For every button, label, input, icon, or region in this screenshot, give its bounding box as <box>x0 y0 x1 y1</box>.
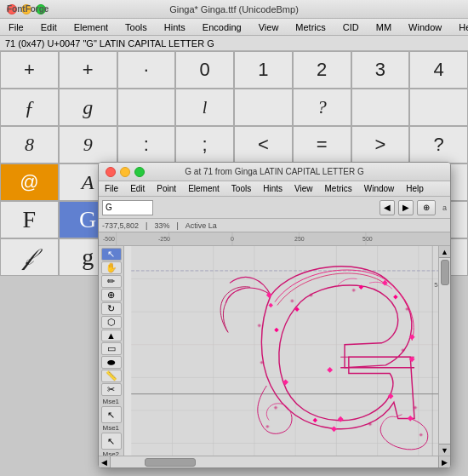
glyph-cell[interactable]: ? <box>409 126 468 163</box>
status-text: 71 (0x47) U+0047 "G" LATIN CAPITAL LETTE… <box>5 38 214 49</box>
glyph-cell[interactable] <box>117 89 176 126</box>
glyph-cell[interactable]: 1 <box>234 51 293 89</box>
glyph-char: G <box>79 208 96 232</box>
glyph-cell[interactable]: = <box>293 126 351 163</box>
glyph-char: ; <box>203 135 208 154</box>
editor-menu-help[interactable]: Help <box>403 183 426 194</box>
horizontal-scrollbar[interactable]: ◀ ▶ <box>99 456 450 467</box>
glyph-cell[interactable]: + <box>0 51 59 89</box>
tool-triangle[interactable]: ▲ <box>101 330 122 341</box>
glyph-cell[interactable]: 9 <box>59 126 117 163</box>
glyph-cell[interactable]: · <box>117 51 176 89</box>
editor-traffic-lights[interactable] <box>106 167 145 177</box>
tool-polygon[interactable]: ⬡ <box>101 316 122 329</box>
editor-info-bar: -737,5,802 | 33% | Active La <box>99 219 450 232</box>
glyph-char <box>437 103 440 112</box>
tool-hand[interactable]: ✋ <box>101 261 122 274</box>
glyph-char: + <box>83 60 94 79</box>
glyph-cell[interactable]: 8 <box>0 126 59 163</box>
menu-hints[interactable]: Hints <box>161 21 189 33</box>
glyph-cell[interactable]: 2 <box>293 51 351 89</box>
scroll-right-button[interactable]: ▶ <box>438 456 450 468</box>
editor-menu-element[interactable]: Element <box>185 183 222 194</box>
mse1-tool1[interactable]: ↖ <box>101 406 122 423</box>
glyph-cell[interactable]: + <box>59 51 117 89</box>
glyph-cell[interactable]: 4 <box>409 51 468 89</box>
toolbar-btn-action[interactable]: ⊕ <box>417 200 436 215</box>
glyph-cell[interactable]: 3 <box>351 51 410 89</box>
active-layer-label: a <box>442 204 447 212</box>
editor-menu-edit[interactable]: Edit <box>128 183 147 194</box>
editor-minimize-button[interactable] <box>120 167 130 177</box>
menu-cid[interactable]: CID <box>340 21 362 33</box>
glyph-cell[interactable] <box>351 89 410 126</box>
editor-menu-metrics[interactable]: Metrics <box>322 183 355 194</box>
glyph-char <box>262 103 265 112</box>
menu-window[interactable]: Window <box>405 21 445 33</box>
editor-menu-view[interactable]: View <box>292 183 316 194</box>
glyph-char: F <box>23 208 37 232</box>
info-separator2: | <box>176 221 178 230</box>
glyph-name-input[interactable] <box>102 200 153 215</box>
vertical-scrollbar[interactable]: ▲ ▼ <box>438 246 450 456</box>
glyph-char: l <box>203 99 208 116</box>
glyph-cell[interactable]: ? <box>293 89 351 126</box>
menu-tools[interactable]: Tools <box>122 21 151 33</box>
menu-file[interactable]: File <box>5 21 27 33</box>
main-menu-bar: File Edit Element Tools Hints Encoding V… <box>0 19 468 36</box>
editor-maximize-button[interactable] <box>134 167 145 177</box>
tool-rect[interactable]: ▭ <box>101 342 122 355</box>
glyph-cell[interactable]: g <box>59 89 117 126</box>
mse1-tool2[interactable]: ↖ <box>101 433 122 450</box>
tool-knife[interactable]: ✂ <box>101 383 122 396</box>
tool-pen[interactable]: ✏ <box>101 275 122 288</box>
scroll-thumb-horizontal[interactable] <box>145 458 196 467</box>
glyph-char: 1 <box>258 60 268 79</box>
glyph-cell[interactable]: ƒ <box>0 89 59 126</box>
toolbar-btn-prev[interactable]: ◀ <box>380 200 395 215</box>
glyph-cell[interactable]: : <box>117 126 176 163</box>
glyph-cell[interactable]: F <box>0 201 59 238</box>
glyph-cell[interactable]: 0 <box>175 51 234 89</box>
menu-encoding[interactable]: Encoding <box>199 21 245 33</box>
menu-view[interactable]: View <box>255 21 283 33</box>
glyph-cell[interactable]: l <box>175 89 234 126</box>
scroll-down-button[interactable]: ▼ <box>439 444 450 456</box>
glyph-char: < <box>258 135 269 154</box>
editor-menu-file[interactable]: File <box>102 183 121 194</box>
menu-help[interactable]: Help <box>455 21 468 33</box>
glyph-cell-at[interactable]: @ <box>0 163 59 201</box>
glyph-cell[interactable]: < <box>234 126 293 163</box>
main-title-bar: FontForge Ginga* Ginga.ttf (UnicodeBmp) <box>0 0 468 19</box>
glyph-char: + <box>24 60 35 79</box>
glyph-char: 3 <box>375 60 385 79</box>
tool-add-point[interactable]: ⊕ <box>101 289 122 301</box>
glyph-char: > <box>374 135 385 154</box>
scroll-up-button[interactable]: ▲ <box>439 246 450 258</box>
scroll-thumb-vertical[interactable] <box>441 260 449 285</box>
scroll-track-vertical <box>439 258 450 444</box>
glyph-cell[interactable] <box>234 89 293 126</box>
tool-ruler[interactable]: 📏 <box>101 370 122 382</box>
menu-element[interactable]: Element <box>71 21 111 33</box>
glyph-char <box>379 103 381 112</box>
editor-menu-window[interactable]: Window <box>362 183 397 194</box>
menu-edit[interactable]: Edit <box>37 21 60 33</box>
editor-menu-tools[interactable]: Tools <box>229 183 254 194</box>
scroll-left-button[interactable]: ◀ <box>99 456 111 468</box>
tool-rotate[interactable]: ↻ <box>101 302 122 315</box>
menu-metrics[interactable]: Metrics <box>292 21 328 33</box>
tool-select[interactable]: ↖ <box>101 248 122 261</box>
editor-menu-hints[interactable]: Hints <box>260 183 285 194</box>
toolbar-btn-next[interactable]: ▶ <box>398 200 414 215</box>
glyph-cell[interactable] <box>409 89 468 126</box>
editor-menu-point[interactable]: Point <box>154 183 179 194</box>
glyph-cell[interactable]: > <box>351 126 410 163</box>
editor-close-button[interactable] <box>106 167 116 177</box>
glyph-cell[interactable]: ; <box>175 126 234 163</box>
editor-menu-bar: File Edit Point Element Tools Hints View… <box>99 181 450 197</box>
tool-ellipse[interactable]: ⬬ <box>101 356 122 369</box>
glyph-cell[interactable]: 𝒻 <box>0 238 59 276</box>
editor-canvas[interactable]: 548 ▲ ▼ <box>124 246 450 456</box>
menu-mm[interactable]: MM <box>373 21 395 33</box>
